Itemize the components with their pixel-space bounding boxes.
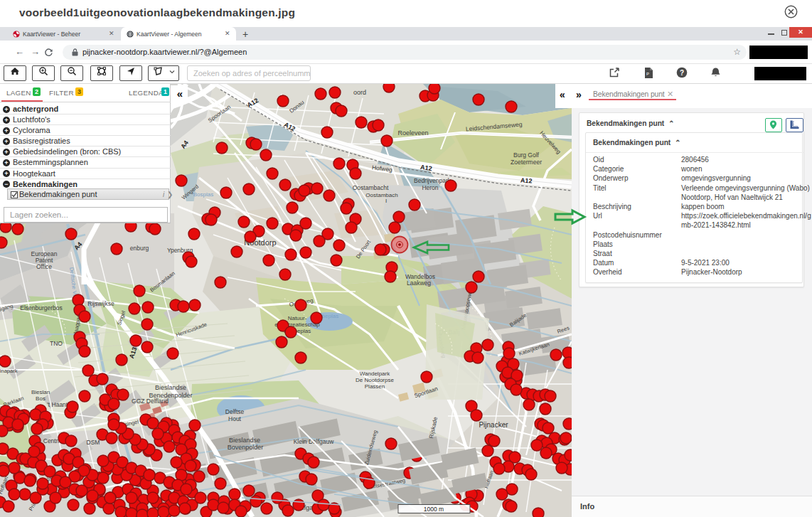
svg-text:Natuur-: Natuur- <box>288 315 307 321</box>
svg-text:De Nootdorpse: De Nootdorpse <box>356 377 394 383</box>
svg-text:P: P <box>646 72 649 76</box>
svg-text:Wandelpark: Wandelpark <box>360 371 390 377</box>
svg-text:TNO: TNO <box>50 340 63 347</box>
svg-text:Bosplas: Bosplas <box>193 191 213 198</box>
svg-text:Pijnacker: Pijnacker <box>479 421 508 429</box>
svg-text:Bos: Bos <box>36 395 46 402</box>
svg-text:Oostambach: Oostambach <box>365 192 397 198</box>
svg-text:Bieslandse: Bieslandse <box>229 437 260 444</box>
svg-text:enburg: enburg <box>130 245 149 252</box>
svg-text:Bieslandse: Bieslandse <box>155 384 186 391</box>
svg-text:A12: A12 <box>520 176 533 184</box>
svg-text:Oostambacht: Oostambacht <box>353 184 389 191</box>
svg-text:Office: Office <box>36 263 52 270</box>
svg-text:Plassen: Plassen <box>365 383 385 390</box>
svg-text:Elsenburgerbos: Elsenburgerbos <box>20 304 63 311</box>
svg-text:Delftse: Delftse <box>225 408 245 415</box>
svg-text:Heron: Heron <box>422 184 438 191</box>
svg-text:Roeleveen: Roeleveen <box>397 129 428 137</box>
svg-text:GGZ Delfland: GGZ Delfland <box>132 398 169 405</box>
svg-text:1000 m: 1000 m <box>424 506 444 513</box>
svg-text:?: ? <box>680 69 684 77</box>
svg-text:Rijswijkse: Rijswijkse <box>87 300 114 307</box>
svg-text:Burg Golf: Burg Golf <box>513 151 540 159</box>
svg-text:Hout: Hout <box>228 415 242 422</box>
svg-text:Bovenpolder: Bovenpolder <box>228 444 264 451</box>
svg-text:DSM: DSM <box>87 439 100 446</box>
svg-text:I: I <box>385 198 387 204</box>
svg-text:Laakweg: Laakweg <box>407 279 431 287</box>
svg-text:Bieslan: Bieslan <box>31 389 50 395</box>
svg-text:oord: oord <box>353 89 366 96</box>
svg-text:Zoetermeer: Zoetermeer <box>511 159 542 166</box>
svg-text:minapark: minapark <box>0 368 18 374</box>
